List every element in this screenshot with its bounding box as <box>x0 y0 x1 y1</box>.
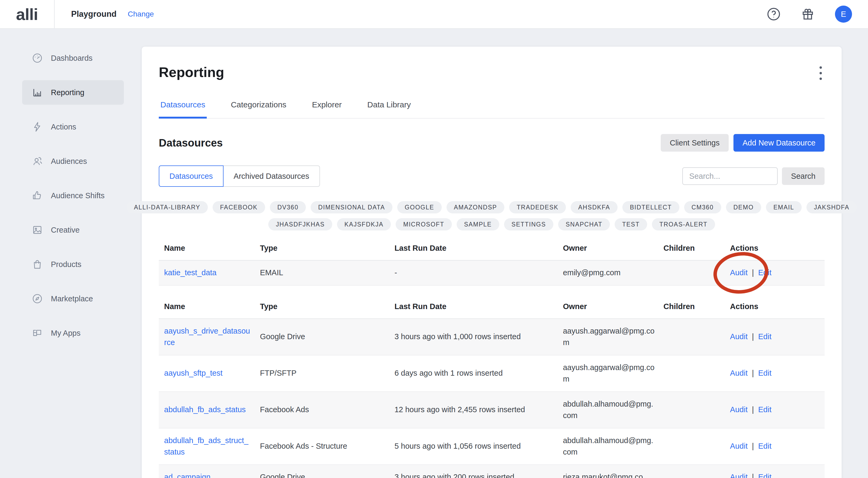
column-header-owner: Owner <box>563 236 663 260</box>
toggle-datasources[interactable]: Datasources <box>159 166 223 187</box>
datasource-name-link[interactable]: abdullah_fb_ads_struct_status <box>164 436 248 456</box>
filter-chip-kajsfdkja[interactable]: KAJSFDKJA <box>337 218 391 231</box>
audit-link[interactable]: Audit <box>730 473 748 478</box>
edit-link[interactable]: Edit <box>758 369 772 377</box>
datasource-name-link[interactable]: aayush_s_drive_datasource <box>164 327 250 347</box>
owner-value: rieza.marukot@pmg.co <box>563 465 663 478</box>
tab-data-library[interactable]: Data Library <box>366 100 412 119</box>
add-new-datasource-button[interactable]: Add New Datasource <box>734 134 825 152</box>
apps-grid-icon <box>32 327 43 339</box>
table-row: abdullah_fb_ads_struct_statusFacebook Ad… <box>159 428 825 465</box>
topbar-actions: E <box>767 6 868 23</box>
datasource-name-link[interactable]: katie_test_data <box>164 268 217 277</box>
filter-chip-jhasdfjkhas[interactable]: JHASDFJKHAS <box>268 218 332 231</box>
page-title: Reporting <box>159 64 224 80</box>
sidebar-item-actions[interactable]: Actions <box>22 115 124 139</box>
tab-categorizations[interactable]: Categorizations <box>229 100 288 119</box>
filter-chip-bidtellect[interactable]: BIDTELLECT <box>622 201 679 213</box>
sidebar-nav: DashboardsReportingActionsAudiencesAudie… <box>0 29 142 478</box>
children-value <box>663 428 730 465</box>
sidebar-item-audience-shifts[interactable]: Audience Shifts <box>22 183 124 208</box>
owner-value: emily@pmg.com <box>563 260 663 286</box>
sidebar-item-dashboards[interactable]: Dashboards <box>22 46 124 70</box>
help-icon[interactable] <box>767 7 781 21</box>
table-row: ad_campaignGoogle Drive3 hours ago with … <box>159 465 825 478</box>
filter-chip-tradedesk[interactable]: TRADEDESK <box>509 201 566 213</box>
filter-chip-alli-data-library[interactable]: ALLI-DATA-LIBRARY <box>127 201 208 213</box>
column-header-type: Type <box>260 236 395 260</box>
last-run-value: - <box>395 260 563 286</box>
sidebar-item-products[interactable]: Products <box>22 252 124 276</box>
audit-link[interactable]: Audit <box>730 405 748 414</box>
column-header-actions: Actions <box>730 295 825 319</box>
audit-link[interactable]: Audit <box>730 369 748 377</box>
gift-icon[interactable] <box>801 7 815 21</box>
sidebar-item-my-apps[interactable]: My Apps <box>22 321 124 345</box>
sidebar-item-creative[interactable]: Creative <box>22 218 124 242</box>
search-input[interactable] <box>682 167 778 185</box>
filter-chip-dimensional-data[interactable]: DIMENSIONAL DATA <box>311 201 393 213</box>
type-value: Google Drive <box>260 465 395 478</box>
search-button[interactable]: Search <box>782 167 825 185</box>
thumbs-up-icon <box>32 190 43 201</box>
datasource-name-link[interactable]: ad_campaign <box>164 473 211 478</box>
user-avatar[interactable]: E <box>835 6 852 23</box>
sidebar-item-marketplace[interactable]: Marketplace <box>22 287 124 311</box>
sidebar-item-label: Marketplace <box>51 294 93 303</box>
table-row: katie_test_dataEMAIL-emily@pmg.comAudit|… <box>159 260 825 286</box>
audit-link[interactable]: Audit <box>730 268 748 277</box>
column-header-name: Name <box>159 236 260 260</box>
sidebar-item-reporting[interactable]: Reporting <box>22 80 124 105</box>
filter-chip-ahsdkfa[interactable]: AHSDKFA <box>571 201 618 213</box>
children-value <box>663 319 730 355</box>
shopping-bag-icon <box>32 259 43 270</box>
edit-link[interactable]: Edit <box>758 405 772 414</box>
audit-link[interactable]: Audit <box>730 332 748 341</box>
sidebar-item-label: My Apps <box>51 329 81 337</box>
toggle-archived-datasources[interactable]: Archived Datasources <box>223 166 320 187</box>
filter-chip-demo[interactable]: DEMO <box>726 201 761 213</box>
filter-chip-facebook[interactable]: FACEBOOK <box>213 201 265 213</box>
more-options-kebab-icon[interactable] <box>817 60 825 86</box>
app-logo[interactable]: alli <box>0 5 38 24</box>
filter-chip-email[interactable]: EMAIL <box>766 201 802 213</box>
action-separator: | <box>752 332 754 341</box>
filter-chip-jakshdfa[interactable]: JAKSHDFA <box>806 201 857 213</box>
filter-chip-settings[interactable]: SETTINGS <box>504 218 553 231</box>
tab-datasources[interactable]: Datasources <box>159 100 207 119</box>
filter-chip-amazondsp[interactable]: AMAZONDSP <box>446 201 505 213</box>
tab-explorer[interactable]: Explorer <box>310 100 343 119</box>
edit-link[interactable]: Edit <box>758 332 772 341</box>
edit-link[interactable]: Edit <box>758 442 772 450</box>
filter-chip-troas-alert[interactable]: TROAS-ALERT <box>652 218 715 231</box>
column-header-children: Children <box>663 295 730 319</box>
avatar-initial: E <box>841 9 846 19</box>
tab-bar: DatasourcesCategorizationsExplorerData L… <box>159 100 825 119</box>
datasource-name-link[interactable]: aayush_sftp_test <box>164 369 222 377</box>
filter-chip-test[interactable]: TEST <box>615 218 647 231</box>
edit-link[interactable]: Edit <box>758 268 772 277</box>
compass-icon <box>32 293 43 304</box>
filter-chip-snapchat[interactable]: SNAPCHAT <box>558 218 610 231</box>
sidebar-item-label: Products <box>51 260 81 269</box>
action-separator: | <box>752 442 754 450</box>
column-header-last-run-date: Last Run Date <box>395 295 563 319</box>
last-run-value: 3 hours ago with 1,000 rows inserted <box>395 319 563 355</box>
datasource-name-link[interactable]: abdullah_fb_ads_status <box>164 405 246 414</box>
filter-chip-google[interactable]: GOOGLE <box>397 201 442 213</box>
bar-chart-icon <box>32 87 43 98</box>
type-value: Facebook Ads <box>260 392 395 428</box>
filter-chip-dv360[interactable]: DV360 <box>270 201 306 213</box>
sidebar-item-audiences[interactable]: Audiences <box>22 149 124 174</box>
sidebar-item-label: Reporting <box>51 88 85 97</box>
filter-chip-microsoft[interactable]: MICROSOFT <box>396 218 452 231</box>
audit-link[interactable]: Audit <box>730 442 748 450</box>
edit-link[interactable]: Edit <box>758 473 772 478</box>
filter-chip-cm360[interactable]: CM360 <box>684 201 721 213</box>
filter-chip-sample[interactable]: SAMPLE <box>457 218 499 231</box>
action-separator: | <box>752 473 754 478</box>
change-workspace-link[interactable]: Change <box>128 10 154 19</box>
last-run-value: 3 hours ago with 200 rows inserted <box>395 465 563 478</box>
type-value: FTP/SFTP <box>260 355 395 392</box>
client-settings-button[interactable]: Client Settings <box>661 134 728 152</box>
